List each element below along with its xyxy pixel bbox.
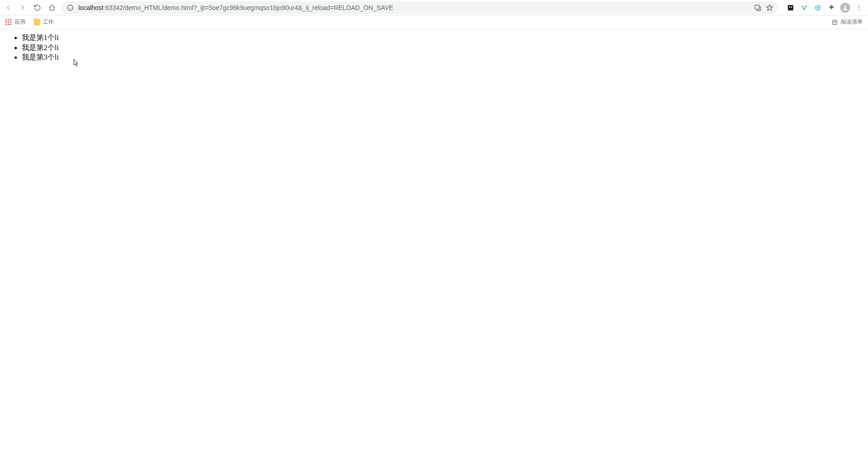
url-path: /demo_HTML/demo.html?_ijt=5oe7gc96k9uegm… xyxy=(123,4,393,11)
bookmark-label: 工作 xyxy=(43,18,54,26)
toolbar-right-cluster xyxy=(784,1,865,14)
demo-list: 我是第1个li 我是第2个li 我是第3个li xyxy=(4,33,864,62)
bookmark-star-icon[interactable] xyxy=(766,4,773,11)
address-bar[interactable]: localhost:63342/demo_HTML/demo.html?_ijt… xyxy=(62,1,778,14)
folder-icon xyxy=(34,19,40,25)
profile-avatar[interactable] xyxy=(839,1,852,14)
svg-point-6 xyxy=(789,6,791,8)
svg-marker-4 xyxy=(766,5,772,10)
svg-point-13 xyxy=(858,9,859,10)
svg-point-12 xyxy=(858,7,859,8)
forward-button[interactable] xyxy=(16,1,29,14)
extension-icon-1[interactable] xyxy=(784,1,797,14)
chrome-menu-icon[interactable] xyxy=(853,1,865,14)
page-viewport: 我是第1个li 我是第2个li 我是第3个li xyxy=(0,29,868,462)
bookmarks-bar: 应用 工作 阅读清单 xyxy=(0,15,868,29)
svg-point-11 xyxy=(858,5,859,6)
extensions-menu-icon[interactable] xyxy=(825,1,838,14)
apps-label: 应用 xyxy=(15,18,26,26)
url-host: localhost xyxy=(78,4,103,11)
apps-launcher[interactable]: 应用 xyxy=(3,17,28,27)
url-host-trail: :63342 xyxy=(103,4,123,11)
svg-point-10 xyxy=(844,5,847,8)
list-item: 我是第3个li xyxy=(22,52,864,62)
svg-rect-3 xyxy=(755,5,759,9)
svg-point-9 xyxy=(817,7,819,9)
reload-button[interactable] xyxy=(31,1,44,14)
extension-icon-3[interactable] xyxy=(812,1,824,14)
list-item: 我是第2个li xyxy=(22,43,864,53)
extension-icon-2[interactable] xyxy=(798,1,811,14)
reading-list-label: 阅读清单 xyxy=(841,18,863,26)
back-button[interactable] xyxy=(2,1,15,14)
share-page-icon[interactable] xyxy=(754,4,761,11)
site-info-icon[interactable] xyxy=(67,4,74,11)
browser-toolbar: localhost:63342/demo_HTML/demo.html?_ijt… xyxy=(0,0,868,15)
apps-grid-icon xyxy=(5,19,12,25)
url-text: localhost:63342/demo_HTML/demo.html?_ijt… xyxy=(78,4,750,11)
home-button[interactable] xyxy=(46,1,58,14)
svg-rect-5 xyxy=(788,5,793,10)
svg-point-7 xyxy=(791,6,792,8)
reading-list-button[interactable]: 阅读清单 xyxy=(829,17,865,27)
bookmark-folder-work[interactable]: 工作 xyxy=(31,17,56,27)
page-body: 我是第1个li 我是第2个li 我是第3个li xyxy=(4,33,864,62)
list-item: 我是第1个li xyxy=(22,33,864,43)
